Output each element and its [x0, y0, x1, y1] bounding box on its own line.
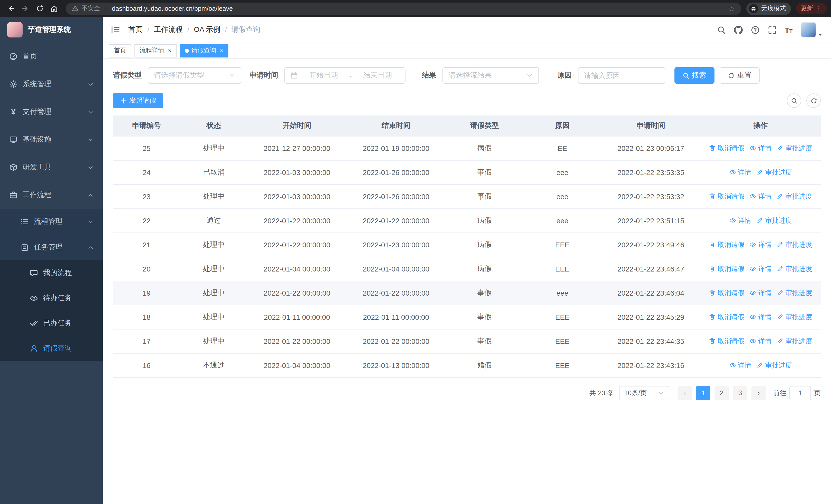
cancel-link[interactable]: 取消请假 [709, 240, 745, 249]
tab-home[interactable]: 首页 [109, 44, 132, 57]
sidebar-item-infrastructure[interactable]: 基础设施 [0, 126, 103, 153]
cell-id: 18 [113, 305, 180, 329]
search-button[interactable]: 搜索 [675, 67, 715, 84]
page-button-2[interactable]: 2 [715, 386, 729, 400]
leave-type-select[interactable]: 请选择请假类型 [148, 67, 241, 84]
browser-chrome: 不安全 dashboard.yudao.iocoder.cn/bpm/oa/le… [0, 0, 831, 17]
detail-link[interactable]: 详情 [729, 216, 751, 225]
detail-link[interactable]: 详情 [750, 312, 772, 322]
cancel-link[interactable]: 取消请假 [709, 144, 745, 153]
tab-close-icon[interactable]: × [168, 48, 171, 54]
browser-update-button[interactable]: 更新 ⋮ [796, 3, 827, 14]
prev-page-button[interactable]: ‹ [678, 386, 692, 400]
github-icon[interactable] [734, 25, 742, 34]
cell-id: 20 [113, 257, 180, 281]
breadcrumb-separator: / [188, 26, 190, 34]
apply-time-range-picker[interactable]: 开始日期 - 结束日期 [284, 67, 405, 84]
cancel-label: 取消请假 [718, 144, 745, 153]
progress-link[interactable]: 审批进度 [777, 288, 812, 297]
reason-input[interactable] [578, 68, 665, 83]
browser-home-button[interactable] [47, 2, 61, 15]
toggle-search-button[interactable] [787, 93, 801, 108]
create-leave-button[interactable]: 发起请假 [113, 93, 163, 108]
sidebar-item-process-management[interactable]: 流程管理 [0, 209, 103, 235]
cell-status: 处理中 [180, 233, 248, 257]
detail-link[interactable]: 详情 [750, 192, 772, 201]
cancel-label: 取消请假 [718, 192, 745, 201]
tab-close-icon[interactable]: × [220, 48, 223, 54]
cancel-link[interactable]: 取消请假 [709, 192, 745, 201]
sidebar-item-devtools[interactable]: 研发工具 [0, 153, 103, 181]
sidebar-item-label: 请假查询 [43, 344, 72, 353]
sidebar-collapse-button[interactable] [111, 25, 120, 34]
breadcrumb-item[interactable]: 首页 [128, 25, 143, 34]
sidebar-item-done-tasks[interactable]: 已办任务 [0, 310, 103, 336]
search-icon[interactable] [717, 25, 725, 34]
progress-link[interactable]: 审批进度 [777, 192, 812, 201]
progress-link[interactable]: 审批进度 [756, 216, 792, 225]
address-bar[interactable]: 不安全 dashboard.yudao.iocoder.cn/bpm/oa/le… [66, 2, 741, 14]
detail-link[interactable]: 详情 [750, 144, 772, 153]
sidebar-item-task-management[interactable]: 任务管理 [0, 235, 103, 260]
browser-forward-button[interactable] [19, 2, 32, 15]
goto-page-input[interactable] [790, 386, 811, 400]
detail-icon [750, 193, 756, 200]
cell-start: 2022-01-03 00:00:00 [248, 184, 346, 208]
chevron-down-icon [229, 72, 235, 79]
table-row: 17处理中2022-01-22 00:00:002022-01-22 00:00… [113, 329, 821, 353]
user-avatar[interactable] [801, 22, 816, 37]
detail-link[interactable]: 详情 [750, 264, 772, 273]
cancel-link[interactable]: 取消请假 [709, 264, 745, 273]
tab-leave-query[interactable]: 请假查询 × [180, 44, 228, 57]
next-page-button[interactable]: › [751, 386, 766, 400]
bookmark-star-icon[interactable]: ☆ [728, 4, 735, 12]
detail-link[interactable]: 详情 [750, 240, 772, 249]
detail-label: 详情 [758, 240, 772, 249]
page-size-select[interactable]: 10条/页 [619, 386, 669, 400]
progress-link[interactable]: 审批进度 [756, 360, 792, 370]
progress-link[interactable]: 审批进度 [777, 144, 812, 153]
tab-process-detail[interactable]: 流程详情 × [135, 44, 177, 57]
progress-link[interactable]: 审批进度 [777, 312, 812, 322]
breadcrumb-item[interactable]: OA 示例 [194, 25, 221, 34]
column-header: 结束时间 [346, 116, 446, 136]
sidebar-item-payment[interactable]: ¥ 支付管理 [0, 98, 103, 126]
reset-button[interactable]: 重置 [720, 67, 760, 84]
refresh-table-button[interactable] [806, 93, 821, 108]
font-size-icon[interactable]: TT [784, 26, 793, 34]
sidebar-item-label: 我的流程 [43, 268, 72, 277]
sidebar-item-todo-tasks[interactable]: 待办任务 [0, 285, 103, 310]
browser-menu-icon[interactable]: ⋮ [815, 5, 822, 12]
cancel-link[interactable]: 取消请假 [709, 312, 745, 322]
cancel-link[interactable]: 取消请假 [709, 288, 745, 297]
monitor-icon [9, 136, 18, 144]
progress-link[interactable]: 审批进度 [756, 168, 792, 177]
help-icon[interactable] [751, 25, 760, 34]
detail-link[interactable]: 详情 [729, 168, 751, 177]
plus-icon [120, 97, 127, 104]
breadcrumb-item[interactable]: 工作流程 [154, 25, 183, 34]
sidebar-item-system[interactable]: 系统管理 [0, 70, 103, 98]
progress-link[interactable]: 审批进度 [777, 264, 812, 273]
page-button-1[interactable]: 1 [696, 386, 710, 400]
fullscreen-icon[interactable] [768, 25, 776, 34]
sidebar-item-home[interactable]: 首页 [0, 42, 103, 70]
browser-back-button[interactable] [4, 2, 18, 15]
cancel-link[interactable]: 取消请假 [709, 336, 745, 346]
cancel-label: 取消请假 [718, 336, 745, 346]
reset-button-label: 重置 [737, 71, 751, 80]
progress-link[interactable]: 审批进度 [777, 240, 812, 249]
cancel-label: 取消请假 [718, 288, 745, 297]
sidebar-item-leave-query[interactable]: 请假查询 [0, 336, 103, 361]
detail-link[interactable]: 详情 [750, 336, 772, 346]
user-menu[interactable] [801, 22, 823, 37]
progress-link[interactable]: 审批进度 [777, 336, 812, 346]
detail-link[interactable]: 详情 [729, 360, 751, 370]
result-select[interactable]: 请选择流结果 [442, 67, 539, 84]
sidebar-item-label: 待办任务 [43, 293, 72, 302]
sidebar-item-my-processes[interactable]: 我的流程 [0, 260, 103, 285]
page-button-3[interactable]: 3 [733, 386, 747, 400]
sidebar-item-workflow[interactable]: 工作流程 [0, 181, 103, 209]
detail-link[interactable]: 详情 [750, 288, 772, 297]
browser-reload-button[interactable] [33, 2, 46, 15]
